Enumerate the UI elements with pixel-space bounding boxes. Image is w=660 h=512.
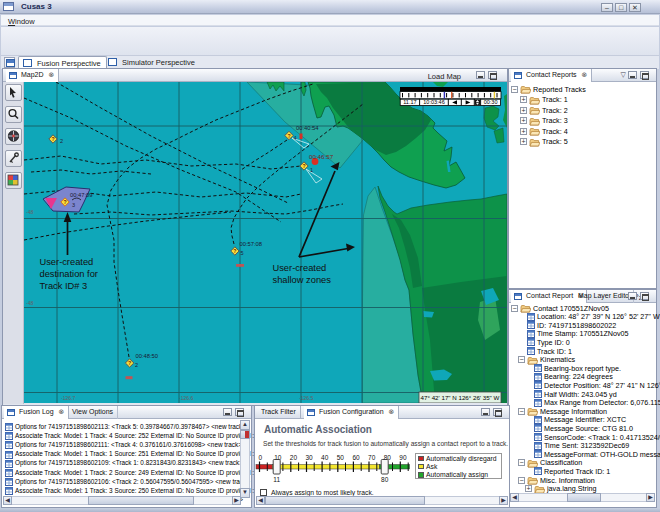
svg-text:00:47:09: 00:47:09: [70, 192, 93, 198]
svg-text:?: ?: [233, 248, 236, 254]
svg-text:User-created: User-created: [273, 263, 327, 273]
svg-text:20: 20: [290, 454, 298, 461]
svg-text:60: 60: [352, 454, 360, 461]
svg-text:?: ?: [302, 163, 305, 169]
svg-text:?: ?: [63, 199, 66, 205]
svg-text:30: 30: [305, 454, 313, 461]
svg-text:40: 40: [321, 454, 329, 461]
svg-text:00:40:54: 00:40:54: [296, 125, 319, 131]
svg-text:11: 11: [273, 476, 280, 483]
svg-text:?: ?: [287, 133, 290, 139]
svg-text:-126.5: -126.5: [299, 395, 313, 401]
svg-text:-126.7: -126.7: [61, 395, 75, 401]
svg-text:-48: -48: [26, 209, 33, 215]
svg-text:5: 5: [241, 250, 244, 256]
svg-text:3: 3: [72, 202, 75, 208]
svg-text:User-created: User-created: [40, 257, 94, 267]
svg-text:90: 90: [399, 454, 407, 461]
svg-text:-48: -48: [26, 300, 33, 306]
svg-text:47° 42' 17" N 126° 26' 35" W: 47° 42' 17" N 126° 26' 35" W: [421, 394, 500, 401]
svg-text:11.17: 11.17: [403, 99, 416, 105]
svg-text:shallow zones: shallow zones: [273, 275, 332, 285]
svg-text:2: 2: [135, 362, 138, 368]
svg-text:70: 70: [368, 454, 376, 461]
svg-text:00:48:50: 00:48:50: [136, 353, 159, 359]
svg-text:2: 2: [60, 138, 63, 144]
svg-text:4: 4: [294, 135, 297, 141]
svg-text:0: 0: [259, 454, 263, 461]
svg-text:Track ID# 3: Track ID# 3: [40, 281, 88, 291]
svg-text:?: ?: [128, 360, 131, 366]
svg-text:80: 80: [381, 476, 389, 483]
svg-text:?: ?: [51, 136, 54, 142]
svg-text:1: 1: [310, 167, 313, 173]
svg-text:00:30: 00:30: [484, 99, 498, 105]
svg-text:50: 50: [337, 454, 345, 461]
svg-text:00:57:08: 00:57:08: [240, 241, 263, 247]
svg-text:-126.6: -126.6: [179, 395, 193, 401]
svg-text:00:46:57: 00:46:57: [309, 153, 334, 160]
svg-text:10:03:46: 10:03:46: [423, 99, 444, 105]
svg-text:destination for: destination for: [40, 269, 98, 279]
